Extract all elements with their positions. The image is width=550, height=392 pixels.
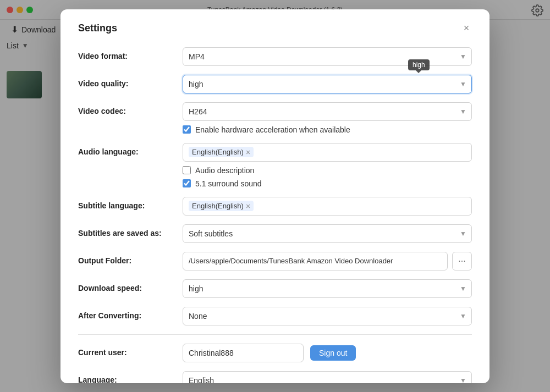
hw-accel-checkbox[interactable] [183, 125, 191, 134]
video-codec-select[interactable]: H264 [183, 102, 472, 121]
surround-checkbox[interactable] [183, 179, 191, 187]
subtitle-language-tag-input[interactable]: English(English) × [183, 197, 472, 216]
audio-language-tag-remove[interactable]: × [246, 148, 250, 156]
audio-language-label: Audio language: [78, 143, 183, 156]
audio-language-tag-input[interactable]: English(English) × [183, 143, 472, 162]
video-format-label: Video format: [78, 47, 183, 60]
video-codec-control: H264 ▼ Enable hardware acceleration when… [183, 102, 472, 134]
section-divider [78, 334, 472, 335]
current-user-input[interactable] [183, 344, 304, 362]
language-label: Language: [78, 371, 183, 383]
after-converting-select[interactable]: None [183, 307, 472, 325]
audio-language-tag-text: English(English) [192, 148, 244, 156]
language-select-wrapper: English ▼ [183, 371, 472, 383]
audio-desc-checkbox[interactable] [183, 166, 191, 174]
video-quality-control: high high ▼ [183, 75, 472, 93]
subtitles-saved-as-label: Subtitles are saved as: [78, 224, 183, 238]
download-speed-control: high ▼ [183, 279, 472, 298]
audio-desc-row: Audio description [183, 166, 472, 175]
subtitle-language-control: English(English) × [183, 197, 472, 216]
modal-title: Settings [78, 23, 117, 34]
video-codec-select-wrapper: H264 ▼ [183, 102, 472, 121]
download-speed-row: Download speed: high ▼ [78, 279, 472, 298]
video-quality-row: Video quality: high high ▼ [78, 75, 472, 93]
signout-button[interactable]: Sign out [310, 345, 356, 361]
browse-button[interactable]: ··· [452, 252, 472, 270]
subtitles-saved-as-control: Soft subtitles ▼ [183, 224, 472, 243]
modal-overlay: Settings × Video format: MP4 ▼ Video qua… [0, 0, 550, 392]
user-input-row: Sign out [183, 344, 472, 362]
video-codec-label: Video codec: [78, 102, 183, 115]
after-converting-row: After Converting: None ▼ [78, 307, 472, 325]
surround-row: 5.1 surround sound [183, 179, 472, 188]
subtitles-saved-as-row: Subtitles are saved as: Soft subtitles ▼ [78, 224, 472, 243]
hw-accel-row: Enable hardware acceleration when availa… [183, 125, 472, 134]
language-control: English ▼ [183, 371, 472, 383]
language-row: Language: English ▼ [78, 371, 472, 383]
output-folder-input[interactable] [183, 252, 448, 270]
subtitle-language-label: Subtitle language: [78, 197, 183, 210]
subtitle-language-row: Subtitle language: English(English) × [78, 197, 472, 216]
after-converting-control: None ▼ [183, 307, 472, 325]
audio-desc-label: Audio description [195, 166, 254, 175]
language-select[interactable]: English [183, 371, 472, 383]
output-folder-label: Output Folder: [78, 252, 183, 265]
current-user-control: Sign out [183, 344, 472, 362]
download-speed-select-wrapper: high ▼ [183, 279, 472, 298]
video-quality-select-wrapper: high ▼ [183, 75, 472, 93]
subtitle-language-tag-text: English(English) [192, 202, 244, 210]
subtitles-saved-as-select-wrapper: Soft subtitles ▼ [183, 224, 472, 243]
modal-header: Settings × [78, 23, 472, 34]
output-folder-control: ··· [183, 252, 472, 270]
audio-language-control: English(English) × Audio description 5.1… [183, 143, 472, 188]
surround-label: 5.1 surround sound [195, 179, 262, 188]
after-converting-select-wrapper: None ▼ [183, 307, 472, 325]
output-folder-row: Output Folder: ··· [78, 252, 472, 270]
output-folder-input-row: ··· [183, 252, 472, 270]
settings-modal: Settings × Video format: MP4 ▼ Video qua… [61, 9, 490, 383]
video-quality-tooltip: high [408, 59, 430, 70]
hw-accel-label: Enable hardware acceleration when availa… [195, 125, 350, 134]
current-user-row: Current user: Sign out [78, 344, 472, 362]
video-quality-label: Video quality: [78, 75, 183, 88]
audio-language-row: Audio language: English(English) × Audio… [78, 143, 472, 188]
audio-language-tag: English(English) × [189, 147, 254, 157]
subtitle-language-tag: English(English) × [189, 201, 254, 211]
subtitles-saved-as-select[interactable]: Soft subtitles [183, 224, 472, 243]
modal-close-button[interactable]: × [461, 23, 472, 34]
video-codec-row: Video codec: H264 ▼ Enable hardware acce… [78, 102, 472, 134]
subtitle-language-tag-remove[interactable]: × [246, 202, 250, 210]
current-user-label: Current user: [78, 344, 183, 357]
video-quality-select[interactable]: high [183, 75, 472, 93]
download-speed-label: Download speed: [78, 279, 183, 292]
download-speed-select[interactable]: high [183, 279, 472, 298]
after-converting-label: After Converting: [78, 307, 183, 320]
